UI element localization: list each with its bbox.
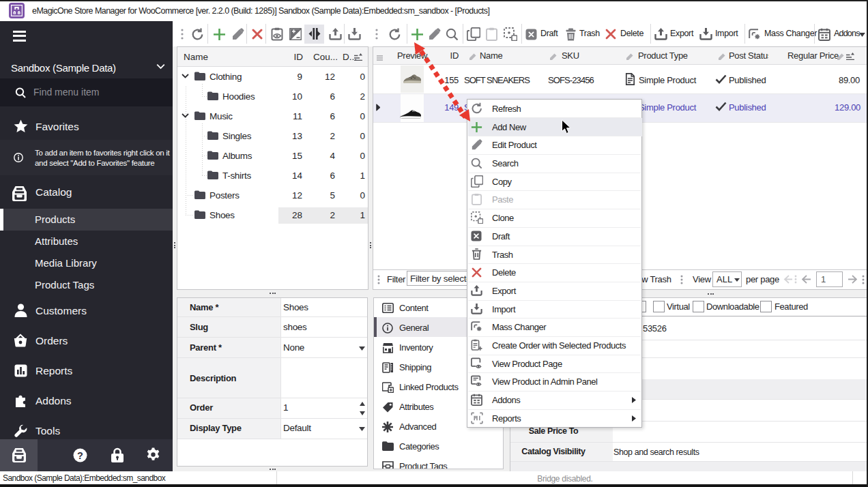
svg-text:?: ?	[77, 450, 83, 461]
